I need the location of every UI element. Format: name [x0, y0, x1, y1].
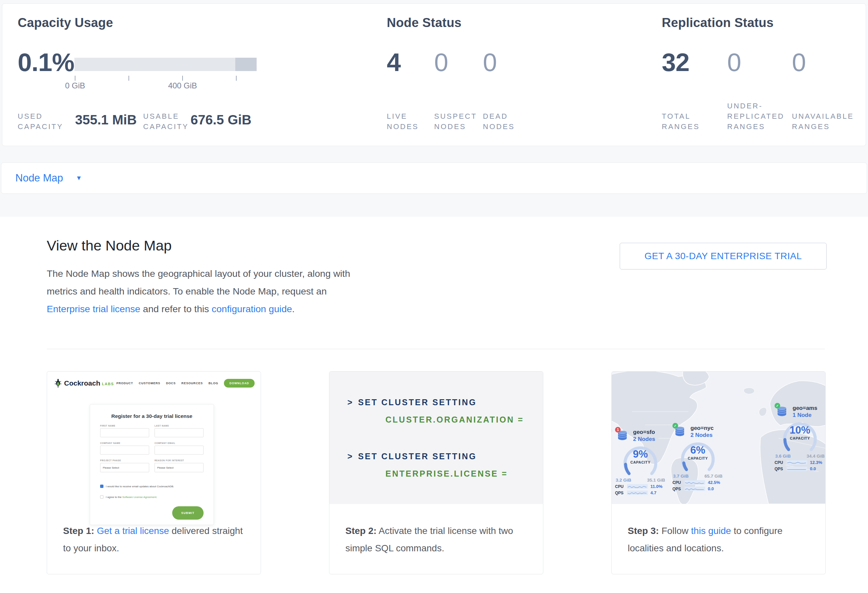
qps-value: 4.7	[650, 490, 657, 495]
total-ranges-label: TOTAL RANGES	[662, 111, 700, 132]
nav-item-docs[interactable]: DOCS	[166, 381, 176, 385]
capacity-usage-title: Capacity Usage	[18, 16, 113, 30]
nav-item-customers[interactable]: CUSTOMERS	[139, 381, 161, 385]
node-count: 1 Node	[793, 412, 812, 419]
node-count: 2 Nodes	[633, 436, 655, 443]
email-updates-label: I would like to receive email updates ab…	[106, 485, 174, 488]
node-map-dropdown[interactable]: Node Map	[15, 172, 63, 184]
cpu-label: CPU	[672, 480, 685, 485]
project-phase-select[interactable]: Please Select	[100, 463, 149, 472]
configuration-guide-link[interactable]: configuration guide	[211, 303, 292, 314]
intro-text: .	[292, 303, 295, 314]
map-node-ams[interactable]: ✓ geo=ams 1 Node	[775, 405, 825, 471]
form-field: COMPANY EMAIL	[155, 442, 204, 455]
submit-button[interactable]: SUBMIT	[172, 506, 204, 519]
capacity-donut: 9% CAPACITY	[615, 443, 666, 477]
axis-tick	[75, 76, 75, 81]
reason-for-interest-label: REASON FOR INTEREST	[155, 459, 204, 462]
capacity-values: 3.2 GiB 35.1 GiB	[615, 478, 666, 483]
total-capacity: 65.7 GiB	[704, 474, 722, 478]
node-map-enterprise-section: View the Node Map The Node Map shows the…	[0, 217, 868, 593]
last-name-input[interactable]	[155, 428, 204, 437]
usable-capacity-value: 676.5 GiB	[190, 112, 251, 127]
get-trial-license-link[interactable]: Get a trial license	[97, 525, 169, 536]
capacity-percent: 6%	[672, 444, 723, 456]
this-guide-link[interactable]: this guide	[691, 525, 731, 536]
company-name-input[interactable]	[100, 446, 149, 455]
company-email-input[interactable]	[155, 446, 204, 455]
minisite-nav: PRODUCT CUSTOMERS DOCS RESOURCES BLOG DO…	[117, 379, 255, 387]
section-divider	[47, 349, 825, 349]
intro-text: and refer to this	[140, 303, 211, 314]
qps-row: QPS 0.0	[775, 466, 825, 471]
capacity-percent: 0.1%	[18, 50, 74, 75]
sql-setting-license: ENTERPRISE.LICENSE =	[385, 469, 508, 478]
license-agreement-checkbox[interactable]	[100, 495, 103, 499]
cockroach-icon	[55, 378, 62, 388]
brand-name: Cockroach	[64, 379, 100, 387]
suspect-nodes-label: SUSPECT NODES	[434, 111, 478, 132]
step1-caption: Step 1: Get a trial license delivered st…	[63, 522, 250, 557]
chevron-down-icon[interactable]: ▼	[76, 174, 82, 182]
cpu-row: CPU 42.5%	[672, 480, 723, 485]
step2-caption: Step 2: Activate the trial license with …	[345, 522, 532, 557]
axis-tick	[128, 76, 129, 81]
form-title: Register for a 30-day trial license	[90, 413, 214, 419]
used-capacity: 3.7 GiB	[673, 474, 689, 478]
step1-label: Step 1:	[63, 525, 94, 536]
usable-capacity-label: USABLE CAPACITY	[143, 111, 190, 132]
sql-statement: >SET CLUSTER SETTING	[347, 452, 477, 461]
capacity-bar-other-segment	[235, 58, 257, 71]
view-selector-bar: Node Map ▼	[1, 162, 867, 194]
qps-row: QPS 4.7	[615, 490, 666, 495]
axis-tick	[182, 76, 183, 81]
reason-for-interest-select[interactable]: Please Select	[155, 463, 204, 472]
map-node-nyc[interactable]: ✓ geo=nyc 2 Nodes	[672, 425, 723, 491]
capacity-label: CAPACITY	[775, 436, 825, 440]
capacity-percent: 10%	[775, 424, 825, 436]
node-status-title: Node Status	[387, 16, 462, 30]
dead-nodes-value: 0	[483, 50, 497, 75]
page-title: View the Node Map	[47, 237, 172, 254]
cluster-overview-page: Capacity Usage 0.1% 0 GiB 400 GiB USED C…	[0, 0, 868, 593]
map-node-sfo[interactable]: 1 geo=sfo 2 Nodes	[615, 429, 666, 495]
nav-item-blog[interactable]: BLOG	[208, 381, 218, 385]
sql-command: SET CLUSTER SETTING	[358, 397, 477, 407]
nav-item-resources[interactable]: RESOURCES	[182, 381, 203, 385]
brand-suffix: LABS	[102, 382, 114, 386]
used-capacity-value: 355.1 MiB	[75, 112, 137, 127]
unavailable-value: 0	[792, 50, 806, 75]
capacity-label: CAPACITY	[615, 460, 666, 464]
nav-item-product[interactable]: PRODUCT	[117, 381, 133, 385]
capacity-donut: 10% CAPACITY	[775, 419, 825, 453]
form-field: REASON FOR INTEREST Please Select	[155, 459, 204, 472]
qps-value: 0.0	[708, 486, 714, 491]
get-enterprise-trial-button[interactable]: GET A 30-DAY ENTERPRISE TRIAL	[620, 243, 827, 269]
node-header: ✓ geo=nyc 2 Nodes	[672, 425, 723, 439]
capacity-label: CAPACITY	[672, 456, 723, 460]
email-updates-checkbox-row: I would like to receive email updates ab…	[100, 485, 174, 488]
first-name-input[interactable]	[100, 428, 149, 437]
locality-label: geo=nyc	[691, 425, 713, 431]
step2-label: Step 2:	[345, 525, 376, 536]
sql-code-block: >SET CLUSTER SETTING CLUSTER.ORGANIZATIO…	[329, 372, 543, 504]
enterprise-trial-license-link[interactable]: Enterprise trial license	[47, 303, 140, 314]
cpu-label: CPU	[615, 484, 627, 489]
form-field: FIRST NAME	[100, 425, 149, 437]
email-updates-checkbox[interactable]	[100, 485, 103, 488]
under-replicated-label: UNDER-REPLICATED RANGES	[727, 101, 785, 132]
qps-row: QPS 0.0	[672, 486, 723, 491]
sql-prompt: >	[347, 452, 353, 461]
capacity-values: 3.7 GiB 65.7 GiB	[672, 474, 723, 478]
download-button[interactable]: DOWNLOAD	[224, 379, 255, 387]
total-ranges-value: 32	[662, 50, 689, 75]
software-license-agreement-link[interactable]: Software License Agreement.	[122, 496, 157, 499]
unavailable-label: UNAVAILABLE RANGES	[792, 111, 850, 132]
axis-tick	[236, 76, 236, 81]
step3-label: Step 3:	[628, 525, 659, 536]
node-header: ✓ geo=ams 1 Node	[775, 405, 825, 419]
intro-paragraph: The Node Map shows the geographical layo…	[47, 265, 354, 318]
trial-license-form: Register for a 30-day trial license FIRS…	[90, 404, 214, 525]
replication-status-title: Replication Status	[662, 16, 774, 30]
live-nodes-value: 4	[387, 50, 400, 75]
